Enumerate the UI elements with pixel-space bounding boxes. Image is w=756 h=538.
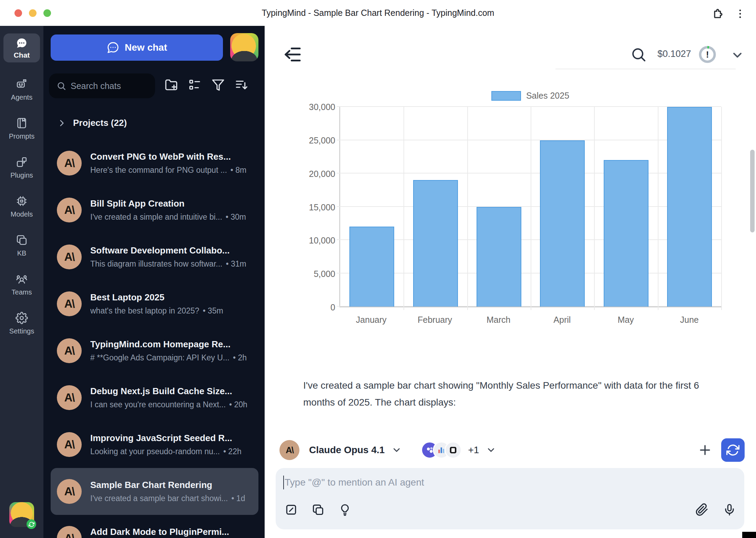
search-chats-input[interactable] — [71, 81, 152, 91]
credit-balance[interactable]: $0.1027 — [657, 49, 691, 59]
regenerate-button[interactable] — [721, 438, 745, 462]
anthropic-avatar: A\ — [57, 338, 82, 363]
sidebar-item-agents[interactable]: Agents — [0, 78, 43, 101]
chat-list-item[interactable]: A\ Convert PNG to WebP with Res... Here'… — [51, 140, 258, 187]
sidebar-item-plugins[interactable]: Plugins — [0, 156, 43, 179]
chat-list-item[interactable]: A\ Bill Split App Creation I've created … — [51, 187, 258, 233]
anthropic-avatar: A\ — [57, 385, 82, 410]
x-axis-tick-label: May — [617, 315, 634, 325]
sidebar-item-label: KB — [17, 249, 27, 257]
x-axis-tick-label: March — [487, 315, 510, 325]
chat-time: • 8m — [231, 166, 246, 175]
x-axis-tick-label: February — [418, 315, 452, 325]
sidebar-item-models[interactable]: Models — [0, 195, 43, 218]
projects-section-toggle[interactable]: Projects (22) — [57, 118, 127, 128]
sidebar-item-settings[interactable]: Settings — [0, 312, 43, 335]
gridline — [337, 106, 721, 107]
projects-label: Projects (22) — [73, 118, 127, 128]
gridline — [337, 306, 721, 307]
chat-list-item[interactable]: A\ Add Dark Mode to PluginPermi... — [51, 515, 258, 538]
user-avatar[interactable] — [9, 502, 34, 527]
x-axis-tick-label: January — [356, 315, 387, 325]
chat-list: A\ Convert PNG to WebP with Res... Here'… — [43, 140, 265, 538]
app-plugin-icon — [445, 441, 462, 459]
chip-icon — [16, 195, 28, 207]
chat-title: Software Development Collabo... — [90, 245, 252, 256]
main-content: $0.1027 ! Sales 2025 05,00010,00015,0002… — [265, 26, 756, 538]
gridline — [531, 107, 531, 310]
filter-icon[interactable] — [211, 78, 225, 92]
chat-input[interactable] — [285, 474, 629, 491]
chat-list-item[interactable]: A\ TypingMind.com Homepage Re... # **Goo… — [51, 327, 258, 374]
legend-swatch — [491, 91, 521, 101]
chart-bar-june — [667, 107, 712, 307]
chat-time: • 2h — [233, 353, 247, 362]
chat-title: TypingMind.com Homepage Re... — [90, 339, 252, 350]
chart-bar-january — [349, 227, 394, 307]
sidebar-item-label: Plugins — [10, 171, 33, 179]
search-conversation-icon[interactable] — [630, 46, 647, 63]
lightbulb-icon[interactable] — [338, 503, 351, 516]
chat-list-item[interactable]: A\ Debug Next.js Build Cache Size... I c… — [51, 374, 258, 421]
collapse-sidebar-icon[interactable] — [283, 44, 303, 65]
usage-alert-icon[interactable]: ! — [698, 45, 717, 64]
chevron-down-icon[interactable] — [486, 445, 496, 455]
nav-rail: Chat Agents Prompts — [0, 26, 43, 538]
window-titlebar: TypingMind - Sample Bar Chart Rendering … — [0, 0, 756, 26]
edit-note-icon[interactable] — [285, 503, 298, 516]
copy-pages-icon[interactable] — [311, 503, 325, 516]
sidebar-item-kb[interactable]: KB — [0, 234, 43, 257]
chevron-down-icon[interactable] — [391, 445, 402, 455]
notebook-icon — [16, 117, 28, 129]
chat-title: Improving JavaScript Seeded R... — [90, 433, 252, 444]
anthropic-avatar: A\ — [57, 432, 82, 457]
chat-list-item[interactable]: A\ Improving JavaScript Seeded R... Look… — [51, 421, 258, 468]
chevron-down-icon[interactable] — [731, 48, 744, 62]
enabled-plugins-group[interactable] — [421, 441, 462, 459]
chat-preview: This diagram illustrates how softwar... — [90, 259, 222, 268]
chat-time: • 31m — [226, 259, 246, 268]
sync-status-badge — [27, 519, 36, 529]
paperclip-icon[interactable] — [695, 503, 708, 516]
new-folder-icon[interactable] — [164, 78, 178, 92]
window-corner-block — [742, 532, 756, 538]
chat-list-item[interactable]: A\ Software Development Collabo... This … — [51, 233, 258, 280]
sidebar-item-label: Models — [11, 210, 33, 218]
chat-preview: Here's the command for PNG output ... — [90, 166, 227, 175]
scrollbar-thumb[interactable] — [750, 150, 755, 232]
y-axis-tick-label: 5,000 — [314, 269, 335, 279]
legend-label: Sales 2025 — [526, 91, 569, 101]
gridline — [337, 273, 721, 273]
chat-list-item-selected[interactable]: A\ Sample Bar Chart Rendering I've creat… — [51, 468, 258, 515]
sort-icon[interactable] — [234, 78, 249, 92]
new-chat-button[interactable]: New chat — [51, 34, 223, 61]
sidebar-item-prompts[interactable]: Prompts — [0, 117, 43, 140]
chart-plot — [339, 107, 721, 307]
model-selector-row: A\ Claude Opus 4.1 — [279, 438, 496, 462]
anthropic-avatar: A\ — [57, 245, 82, 269]
more-plugins-count[interactable]: +1 — [468, 445, 479, 456]
add-attachment-icon[interactable] — [697, 442, 713, 458]
sidebar-item-chat[interactable]: Chat — [3, 33, 40, 62]
anthropic-avatar: A\ — [57, 198, 82, 222]
gridline — [658, 107, 658, 310]
sidebar-item-teams[interactable]: Teams — [0, 273, 43, 296]
bulk-select-icon[interactable] — [187, 78, 202, 92]
chat-list-item[interactable]: A\ Best Laptop 2025 what's the best lapt… — [51, 280, 258, 327]
gridline — [337, 206, 721, 207]
chart-legend[interactable]: Sales 2025 — [339, 91, 721, 101]
profile-avatar[interactable] — [230, 33, 258, 61]
chat-time: • 35m — [203, 306, 223, 315]
microphone-icon[interactable] — [723, 503, 736, 516]
chat-title: Add Dark Mode to PluginPermi... — [90, 527, 252, 537]
sidebar-item-label: Prompts — [9, 132, 34, 140]
search-chats-box[interactable] — [49, 73, 155, 98]
browser-extensions-icon[interactable] — [711, 7, 725, 21]
y-axis-tick-label: 0 — [330, 302, 335, 312]
anthropic-avatar: A\ — [57, 291, 82, 316]
users-icon — [16, 273, 28, 285]
chat-time: • 30m — [226, 212, 246, 221]
model-name[interactable]: Claude Opus 4.1 — [309, 445, 385, 456]
chat-title: Sample Bar Chart Rendering — [90, 480, 252, 490]
browser-menu-icon[interactable] — [733, 7, 747, 21]
